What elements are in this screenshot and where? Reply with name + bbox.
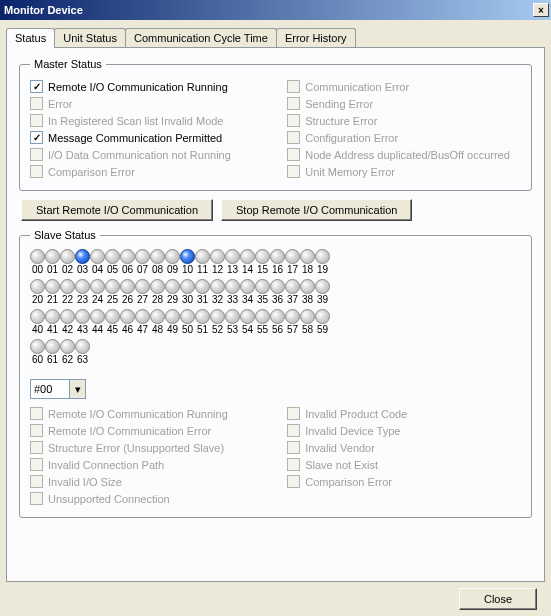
- node-led[interactable]: [285, 249, 300, 264]
- tab-status[interactable]: Status: [6, 28, 55, 48]
- node-led[interactable]: [45, 339, 60, 354]
- node-led[interactable]: [210, 279, 225, 294]
- node-led[interactable]: [75, 249, 90, 264]
- master-status-checkbox: [287, 131, 300, 144]
- node-led[interactable]: [90, 309, 105, 324]
- master-status-checkbox[interactable]: [30, 131, 43, 144]
- node-led[interactable]: [225, 309, 240, 324]
- node-led[interactable]: [270, 249, 285, 264]
- master-status-checkbox: [30, 97, 43, 110]
- node-led[interactable]: [300, 309, 315, 324]
- node-led[interactable]: [225, 279, 240, 294]
- node-led[interactable]: [30, 339, 45, 354]
- node-led[interactable]: [135, 249, 150, 264]
- tab-communication-cycle-time[interactable]: Communication Cycle Time: [125, 28, 277, 47]
- node-label: 06: [120, 264, 135, 275]
- node-led[interactable]: [150, 249, 165, 264]
- node-led[interactable]: [165, 249, 180, 264]
- node-led[interactable]: [225, 249, 240, 264]
- node-led[interactable]: [270, 279, 285, 294]
- node-led[interactable]: [150, 309, 165, 324]
- slave-detail-label: Invalid Product Code: [305, 408, 407, 420]
- node-led[interactable]: [195, 309, 210, 324]
- node-led[interactable]: [165, 279, 180, 294]
- node-led[interactable]: [300, 279, 315, 294]
- node-led[interactable]: [120, 279, 135, 294]
- node-led[interactable]: [150, 279, 165, 294]
- node-led[interactable]: [45, 249, 60, 264]
- master-status-row: Sending Error: [287, 95, 521, 112]
- node-led[interactable]: [180, 279, 195, 294]
- node-led[interactable]: [60, 339, 75, 354]
- node-led[interactable]: [30, 249, 45, 264]
- node-label: 09: [165, 264, 180, 275]
- node-label: 02: [60, 264, 75, 275]
- node-led[interactable]: [60, 249, 75, 264]
- node-led[interactable]: [90, 249, 105, 264]
- node-led[interactable]: [135, 309, 150, 324]
- master-status-checkbox[interactable]: [30, 80, 43, 93]
- master-status-checkbox: [287, 165, 300, 178]
- node-led[interactable]: [195, 249, 210, 264]
- close-button[interactable]: Close: [459, 588, 537, 610]
- node-led[interactable]: [45, 279, 60, 294]
- node-led[interactable]: [210, 249, 225, 264]
- node-led[interactable]: [285, 279, 300, 294]
- master-status-label: In Registered Scan list Invalid Mode: [48, 115, 223, 127]
- node-led[interactable]: [30, 309, 45, 324]
- node-label: 14: [240, 264, 255, 275]
- node-label: 21: [45, 294, 60, 305]
- node-led[interactable]: [60, 309, 75, 324]
- master-status-row: Message Communication Permitted: [30, 129, 287, 146]
- node-label: 45: [105, 324, 120, 335]
- node-led[interactable]: [180, 309, 195, 324]
- node-label: 22: [60, 294, 75, 305]
- node-led[interactable]: [75, 279, 90, 294]
- node-led[interactable]: [180, 249, 195, 264]
- node-led[interactable]: [75, 309, 90, 324]
- node-led[interactable]: [285, 309, 300, 324]
- node-led[interactable]: [60, 279, 75, 294]
- node-label: 12: [210, 264, 225, 275]
- node-led[interactable]: [315, 309, 330, 324]
- node-led[interactable]: [30, 279, 45, 294]
- node-led[interactable]: [120, 309, 135, 324]
- start-remote-io-button[interactable]: Start Remote I/O Communication: [21, 199, 213, 221]
- tab-unit-status[interactable]: Unit Status: [54, 28, 126, 47]
- node-label: 24: [90, 294, 105, 305]
- node-led[interactable]: [240, 249, 255, 264]
- node-label: 15: [255, 264, 270, 275]
- node-led[interactable]: [255, 279, 270, 294]
- node-led[interactable]: [165, 309, 180, 324]
- node-led[interactable]: [195, 279, 210, 294]
- master-status-label: Communication Error: [305, 81, 409, 93]
- node-led[interactable]: [240, 279, 255, 294]
- node-led[interactable]: [315, 249, 330, 264]
- node-led[interactable]: [45, 309, 60, 324]
- node-led[interactable]: [240, 309, 255, 324]
- stop-remote-io-button[interactable]: Stop Remote I/O Communication: [221, 199, 412, 221]
- node-led[interactable]: [210, 309, 225, 324]
- node-led[interactable]: [105, 309, 120, 324]
- slave-detail-checkbox: [30, 458, 43, 471]
- close-icon[interactable]: ×: [533, 3, 549, 17]
- node-label: 53: [225, 324, 240, 335]
- node-select[interactable]: #00 ▾: [30, 379, 86, 399]
- tab-error-history[interactable]: Error History: [276, 28, 356, 47]
- node-led[interactable]: [90, 279, 105, 294]
- node-led[interactable]: [255, 249, 270, 264]
- node-led[interactable]: [315, 279, 330, 294]
- node-led[interactable]: [105, 279, 120, 294]
- node-led[interactable]: [270, 309, 285, 324]
- slave-detail-checkbox: [287, 424, 300, 437]
- slave-detail-checkbox: [30, 475, 43, 488]
- node-label: 23: [75, 294, 90, 305]
- master-status-label: Message Communication Permitted: [48, 132, 222, 144]
- node-led[interactable]: [105, 249, 120, 264]
- node-led[interactable]: [255, 309, 270, 324]
- node-led[interactable]: [300, 249, 315, 264]
- node-led[interactable]: [75, 339, 90, 354]
- node-led[interactable]: [120, 249, 135, 264]
- node-led[interactable]: [135, 279, 150, 294]
- node-label: 32: [210, 294, 225, 305]
